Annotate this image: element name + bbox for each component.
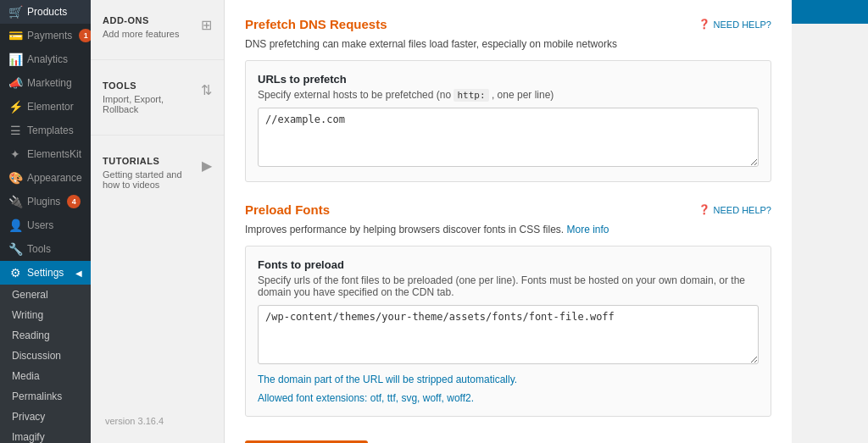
preload-more-info-link[interactable]: More info bbox=[567, 224, 609, 235]
sidebar-item-marketing[interactable]: 📣 Marketing bbox=[0, 71, 91, 95]
sidebar-item-payments[interactable]: 💳 Payments 1 bbox=[0, 24, 91, 47]
elementskit-icon: ✦ bbox=[8, 147, 22, 161]
settings-arrow-icon: ◀ bbox=[75, 269, 82, 278]
preload-box: Fonts to preload Specify urls of the fon… bbox=[245, 246, 771, 417]
users-icon: 👤 bbox=[8, 219, 22, 232]
settings-icon: ⚙ bbox=[8, 266, 22, 280]
question-circle-icon: ❓ bbox=[698, 19, 710, 30]
preload-textarea[interactable]: /wp-content/themes/your-theme/assets/fon… bbox=[258, 305, 759, 364]
sidebar-item-elementskit[interactable]: ✦ ElementsKit bbox=[0, 142, 91, 166]
tutorials-section: TUTORIALS Getting started and how to vid… bbox=[91, 149, 224, 197]
addons-desc: Add more features bbox=[103, 29, 180, 39]
preload-title: Preload Fonts bbox=[245, 202, 330, 217]
settings-submenu: General Writing Reading Discussion Media… bbox=[0, 285, 91, 443]
appearance-icon: 🎨 bbox=[8, 171, 22, 185]
prefetch-box-title: URLs to prefetch bbox=[258, 73, 759, 86]
addons-icon: ⊞ bbox=[201, 17, 212, 33]
sidebar-subitem-discussion[interactable]: Discussion bbox=[0, 346, 91, 366]
prefetch-title: Prefetch DNS Requests bbox=[245, 17, 387, 31]
sidebar-subitem-imagify[interactable]: Imagify bbox=[0, 427, 91, 443]
sidebar-item-plugins[interactable]: 🔌 Plugins 4 bbox=[0, 190, 91, 213]
addons-title: ADD-ONS bbox=[103, 15, 180, 25]
sidebar-subitem-permalinks[interactable]: Permalinks bbox=[0, 386, 91, 407]
plugins-icon: 🔌 bbox=[8, 195, 22, 208]
sidebar-subitem-reading[interactable]: Reading bbox=[0, 325, 91, 346]
tools-icon: 🔧 bbox=[8, 242, 22, 256]
preload-box-desc: Specify urls of the font files to be pre… bbox=[258, 274, 759, 298]
products-icon: 🛒 bbox=[8, 5, 22, 19]
preload-desc: Improves performance by helping browsers… bbox=[245, 224, 771, 235]
preload-box-title: Fonts to preload bbox=[258, 258, 759, 271]
analytics-icon: 📊 bbox=[8, 53, 22, 66]
prefetch-code: http: bbox=[453, 89, 488, 102]
tutorials-desc: Getting started and how to videos bbox=[103, 169, 198, 190]
sidebar-item-settings[interactable]: ⚙ Settings ◀ bbox=[0, 261, 91, 285]
plugins-badge: 4 bbox=[67, 195, 81, 208]
right-top-bar bbox=[792, 0, 868, 24]
templates-icon: ☰ bbox=[8, 124, 22, 137]
preload-info-line2: Allowed font extensions: otf, ttf, svg, … bbox=[258, 392, 759, 404]
sidebar: 🛒 Products 💳 Payments 1 📊 Analytics 📣 Ma… bbox=[0, 0, 91, 443]
sidebar-subitem-media[interactable]: Media bbox=[0, 366, 91, 386]
payments-badge: 1 bbox=[79, 29, 91, 42]
sidebar-item-users[interactable]: 👤 Users bbox=[0, 213, 91, 237]
right-panel bbox=[792, 0, 868, 443]
sidebar-item-products[interactable]: 🛒 Products bbox=[0, 0, 91, 24]
sidebar-subitem-general[interactable]: General bbox=[0, 285, 91, 305]
sidebar-subitem-privacy[interactable]: Privacy bbox=[0, 407, 91, 427]
sidebar-item-analytics[interactable]: 📊 Analytics bbox=[0, 47, 91, 71]
tutorials-title: TUTORIALS bbox=[103, 156, 198, 166]
tools-panel-title: TOOLS bbox=[103, 80, 198, 91]
sidebar-item-templates[interactable]: ☰ Templates bbox=[0, 119, 91, 142]
elementor-icon: ⚡ bbox=[8, 100, 22, 114]
marketing-icon: 📣 bbox=[8, 76, 22, 90]
sidebar-item-appearance[interactable]: 🎨 Appearance bbox=[0, 166, 91, 190]
tools-panel-desc: Import, Export, Rollback bbox=[103, 94, 198, 114]
addons-section: ADD-ONS Add more features ⊞ bbox=[91, 8, 224, 46]
prefetch-need-help[interactable]: ❓ NEED HELP? bbox=[698, 19, 771, 30]
version-text: version 3.16.4 bbox=[93, 407, 175, 435]
prefetch-section-header: Prefetch DNS Requests ❓ NEED HELP? bbox=[245, 17, 771, 31]
tools-section: TOOLS Import, Export, Rollback ⇅ bbox=[91, 74, 224, 121]
sidebar-subitem-writing[interactable]: Writing bbox=[0, 305, 91, 325]
preload-info-line1: The domain part of the URL will be strip… bbox=[258, 374, 759, 385]
middle-panel: ADD-ONS Add more features ⊞ TOOLS Import… bbox=[91, 0, 225, 443]
main-content: Prefetch DNS Requests ❓ NEED HELP? DNS p… bbox=[225, 0, 792, 443]
prefetch-desc: DNS prefetching can make external files … bbox=[245, 38, 771, 50]
tools-panel-icon: ⇅ bbox=[201, 82, 212, 98]
preload-need-help[interactable]: ❓ NEED HELP? bbox=[698, 204, 771, 215]
sidebar-item-elementor[interactable]: ⚡ Elementor bbox=[0, 95, 91, 119]
question-circle-icon-2: ❓ bbox=[698, 204, 710, 215]
preload-section-header: Preload Fonts ❓ NEED HELP? bbox=[245, 202, 771, 217]
sidebar-item-tools[interactable]: 🔧 Tools bbox=[0, 237, 91, 261]
prefetch-textarea[interactable]: //example.com bbox=[258, 108, 759, 167]
prefetch-box-desc: Specify external hosts to be prefetched … bbox=[258, 89, 759, 101]
tutorials-icon: ▶ bbox=[202, 158, 212, 174]
payments-icon: 💳 bbox=[8, 29, 22, 42]
prefetch-box: URLs to prefetch Specify external hosts … bbox=[245, 60, 771, 182]
